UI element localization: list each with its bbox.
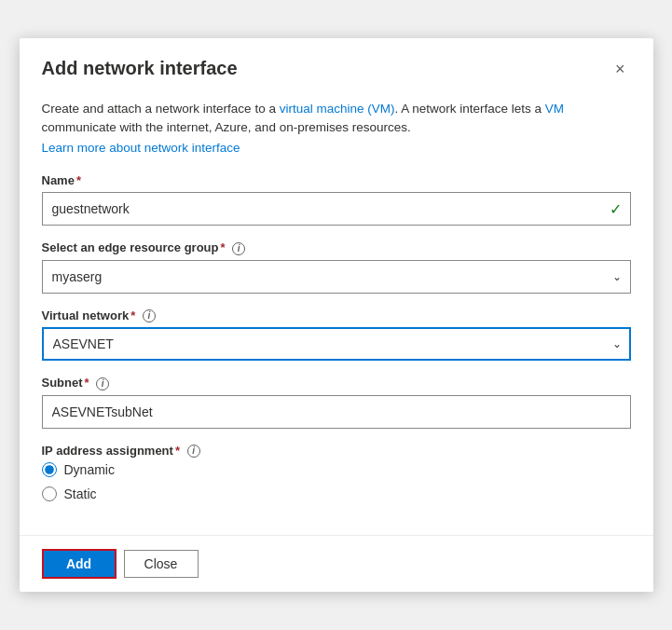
edge-rg-select[interactable]: myaserg (42, 260, 631, 294)
add-button[interactable]: Add (42, 549, 117, 579)
close-icon-button[interactable]: × (610, 57, 631, 81)
edge-rg-field-group: Select an edge resource group* i myaserg… (42, 240, 631, 294)
dialog-body: Create and attach a network interface to… (20, 96, 653, 536)
description-text: Create and attach a network interface to… (42, 100, 631, 138)
close-button[interactable]: Close (124, 550, 199, 578)
name-label: Name* (42, 173, 631, 187)
dynamic-radio[interactable] (42, 462, 57, 477)
dialog-header: Add network interface × (20, 38, 653, 96)
dynamic-radio-label: Dynamic (64, 462, 115, 477)
ip-assignment-info-icon[interactable]: i (187, 445, 200, 458)
name-required: * (76, 173, 81, 187)
subnet-input[interactable] (42, 395, 631, 429)
vm-link1[interactable]: virtual machine (VM) (280, 102, 395, 116)
virtual-network-field-group: Virtual network* i ASEVNET ⌄ (42, 308, 631, 362)
static-radio-item[interactable]: Static (42, 486, 631, 501)
subnet-info-icon[interactable]: i (96, 377, 109, 390)
edge-rg-label: Select an edge resource group* i (42, 240, 631, 255)
edge-rg-select-wrapper: myaserg ⌄ (42, 260, 631, 294)
edge-rg-info-icon[interactable]: i (232, 242, 245, 255)
learn-more-link[interactable]: Learn more about network interface (42, 141, 631, 155)
name-input[interactable] (42, 192, 631, 226)
subnet-label: Subnet* i (42, 376, 631, 390)
virtual-network-info-icon[interactable]: i (143, 309, 156, 322)
vm-link2[interactable]: VM (545, 102, 564, 116)
ip-assignment-field-group: IP address assignment* i Dynamic Static (42, 444, 631, 502)
dialog-footer: Add Close (20, 535, 653, 592)
ip-radio-group: Dynamic Static (42, 462, 631, 501)
dialog-title: Add network interface (42, 58, 238, 79)
name-input-wrapper: ✓ (42, 192, 631, 226)
name-check-icon: ✓ (610, 200, 622, 218)
static-radio[interactable] (42, 486, 57, 501)
static-radio-label: Static (64, 486, 97, 501)
virtual-network-select-wrapper: ASEVNET ⌄ (42, 327, 631, 361)
subnet-field-group: Subnet* i (42, 376, 631, 429)
ip-assignment-label: IP address assignment* i (42, 444, 631, 459)
name-field-group: Name* ✓ (42, 173, 631, 226)
dynamic-radio-item[interactable]: Dynamic (42, 462, 631, 477)
virtual-network-label: Virtual network* i (42, 308, 631, 323)
add-network-interface-dialog: Add network interface × Create and attac… (20, 38, 653, 593)
virtual-network-select[interactable]: ASEVNET (42, 327, 631, 361)
